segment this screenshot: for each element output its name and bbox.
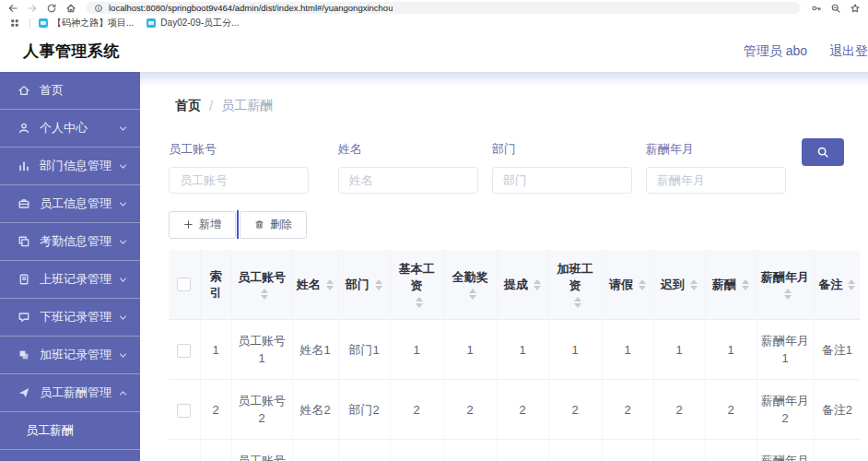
table-header-cell[interactable]: 备注 (814, 250, 860, 320)
table-cell: 薪酬年月2 (757, 380, 814, 440)
logout-link[interactable]: 退出登录 (829, 43, 868, 60)
sort-icon[interactable] (326, 279, 334, 290)
chevron-down-icon (118, 313, 128, 323)
table-cell: 部门2 (338, 380, 390, 440)
sidebar-item-上班记录管理[interactable]: 上班记录管理 (0, 261, 140, 299)
bookmark-item[interactable]: Day02-09-员工分... (147, 17, 239, 30)
table-header-cell[interactable]: 迟到 (653, 250, 705, 320)
header-actions: 管理员 abo 退出登录 (744, 43, 868, 60)
address-bar[interactable]: localhost:8080/springboot9v464/admin/dis… (86, 2, 801, 14)
sort-icon[interactable] (375, 279, 382, 290)
bookmark-item[interactable]: 【码神之路】项目... (39, 17, 134, 30)
sidebar-item-label: 首页 (40, 82, 128, 99)
sidebar-menu: 首页个人中心部门信息管理员工信息管理考勤信息管理上班记录管理下班记录管理加班记录… (0, 72, 140, 461)
reload-icon[interactable] (45, 2, 58, 15)
row-checkbox[interactable] (177, 344, 191, 358)
table-cell: 3 (443, 440, 497, 461)
table-header-cell[interactable]: 请假 (602, 250, 653, 320)
table-header-cell: 索引 (200, 250, 231, 320)
table-header-cell[interactable]: 全勤奖 (443, 250, 497, 320)
home-nav-icon[interactable] (65, 2, 77, 15)
search-button[interactable] (802, 138, 844, 166)
notebook-icon (17, 272, 31, 287)
bookmark-favicon-icon (39, 18, 48, 28)
add-button[interactable]: 新增 (169, 211, 236, 239)
column-label: 备注 (818, 277, 842, 293)
sidebar-item-加班记录管理[interactable]: 加班记录管理 (0, 337, 140, 374)
table-cell: 1 (443, 320, 497, 380)
add-button-label: 新增 (199, 217, 221, 232)
sidebar-item-label: 员工薪酬管理 (40, 384, 118, 401)
delete-button[interactable]: 删除 (240, 211, 307, 239)
search-input-员工账号[interactable] (169, 167, 309, 194)
search-input-薪酬年月[interactable] (646, 167, 786, 194)
trash-icon (254, 219, 264, 230)
sort-icon[interactable] (690, 279, 698, 290)
sort-icon[interactable] (416, 297, 423, 308)
sort-icon[interactable] (639, 279, 646, 290)
bookmark-star-icon[interactable] (849, 2, 862, 15)
column-label: 索引 (205, 268, 228, 301)
sidebar-item-员工薪酬管理[interactable]: 员工薪酬管理 (0, 374, 140, 412)
table-cell: 3 (390, 440, 443, 461)
table-header-cell[interactable]: 基本工资 (390, 250, 443, 320)
table-cell: 员工账号2 (231, 380, 292, 440)
sort-icon[interactable] (848, 279, 855, 290)
sidebar-item-部门信息管理[interactable]: 部门信息管理 (0, 148, 140, 185)
table-cell (169, 440, 200, 461)
sidebar-item-label: 部门信息管理 (40, 158, 118, 174)
column-label: 加班工资 (553, 261, 598, 294)
sidebar-item-下班记录管理[interactable]: 下班记录管理 (0, 299, 140, 337)
sidebar-item-label: 员工信息管理 (40, 195, 118, 212)
table-header-cell[interactable]: 姓名 (292, 250, 338, 320)
table-cell (169, 380, 200, 440)
search-form: 员工账号姓名部门薪酬年月 (169, 141, 844, 194)
data-table: 索引员工账号姓名部门基本工资全勤奖提成加班工资请假迟到薪酬薪酬年月备注 1员工账… (169, 250, 860, 461)
sort-icon[interactable] (574, 297, 581, 308)
table-cell: 2 (497, 380, 548, 440)
table-header-cell[interactable]: 提成 (497, 250, 548, 320)
sort-icon[interactable] (784, 289, 792, 300)
table-header-cell[interactable]: 薪酬年月 (757, 250, 814, 320)
column-label: 全勤奖 (452, 269, 488, 286)
table-body: 1员工账号1姓名1部门11111111薪酬年月1备注12员工账号2姓名2部门22… (169, 320, 860, 461)
table-cell: 薪酬年月1 (757, 320, 814, 380)
row-checkbox[interactable] (177, 404, 191, 418)
breadcrumb-home[interactable]: 首页 (175, 98, 201, 114)
chevron-down-icon (118, 275, 128, 285)
forward-icon[interactable] (26, 2, 39, 15)
password-key-icon[interactable] (810, 2, 823, 15)
table-header-cell[interactable]: 员工账号 (231, 250, 292, 320)
table-cell: 3 (705, 440, 757, 461)
table-header-cell[interactable]: 部门 (338, 250, 390, 320)
sort-icon[interactable] (469, 289, 476, 300)
sort-icon[interactable] (534, 279, 541, 290)
chevron-down-icon (118, 161, 128, 171)
table-header-cell[interactable]: 薪酬 (705, 250, 757, 320)
apps-grid-icon[interactable] (8, 17, 21, 30)
search-field-部门: 部门 (492, 141, 632, 194)
search-input-部门[interactable] (492, 167, 632, 194)
search-input-姓名[interactable] (338, 167, 478, 194)
delete-button-label: 删除 (270, 217, 292, 232)
sidebar-item-首页[interactable]: 首页 (0, 72, 140, 110)
back-icon[interactable] (6, 2, 19, 15)
zoom-icon[interactable] (829, 2, 842, 15)
sidebar-subitem-员工薪酬[interactable]: 员工薪酬 (0, 412, 140, 450)
select-all-checkbox[interactable] (177, 278, 191, 291)
sort-icon[interactable] (261, 289, 268, 300)
search-field-姓名: 姓名 (338, 141, 478, 194)
copy-icon (17, 234, 31, 249)
table-row: 1员工账号1姓名1部门11111111薪酬年月1备注1 (169, 320, 860, 380)
site-info-icon[interactable] (93, 3, 103, 13)
table-header-cell[interactable]: 加班工资 (548, 250, 602, 320)
column-label: 部门 (346, 277, 369, 293)
sidebar-item-个人中心[interactable]: 个人中心 (0, 110, 140, 148)
current-user-link[interactable]: 管理员 abo (744, 43, 807, 60)
sidebar-item-员工信息管理[interactable]: 员工信息管理 (0, 185, 140, 223)
breadcrumb-current: 员工薪酬 (221, 98, 273, 114)
sidebar-item-考勤信息管理[interactable]: 考勤信息管理 (0, 223, 140, 261)
bookmark-favicon-icon (147, 18, 156, 28)
sort-icon[interactable] (742, 279, 749, 290)
search-field-label: 姓名 (338, 141, 478, 158)
